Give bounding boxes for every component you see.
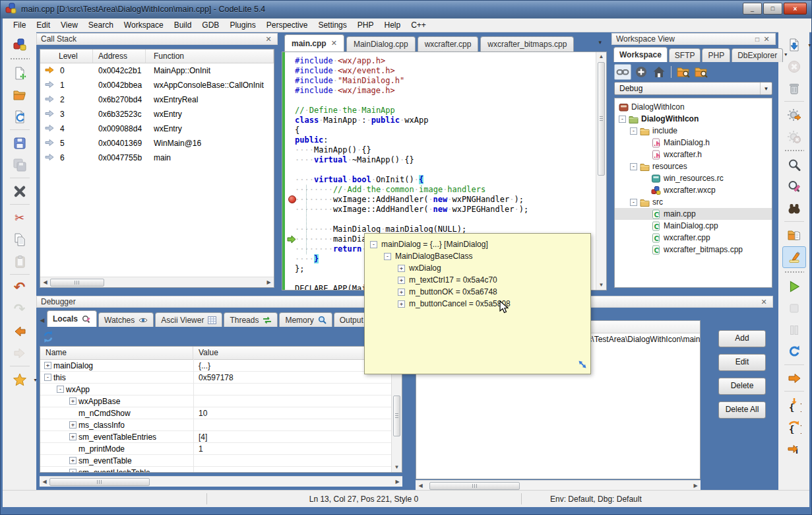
tooltip-tree-row[interactable]: +m_buttonOK = 0x5a6748	[398, 286, 590, 298]
local-variable-row[interactable]: +sm_eventTable	[40, 455, 402, 467]
bookmark-star-icon[interactable]: ▾	[9, 369, 31, 390]
debugger-tab-locals[interactable]: Locals	[47, 310, 97, 327]
codelite-blocks-icon[interactable]	[9, 34, 31, 55]
open-containing-folder-icon[interactable]	[693, 65, 709, 79]
copy-icon[interactable]	[9, 229, 31, 250]
expander-icon[interactable]: +	[398, 265, 405, 272]
scroll-right-icon[interactable]: ▶	[264, 277, 274, 287]
debug-pause-icon[interactable]	[783, 320, 805, 340]
scroll-thumb[interactable]	[49, 478, 150, 486]
local-variable-row[interactable]: -this0x597178	[40, 372, 402, 384]
save-file-icon[interactable]	[9, 133, 31, 153]
tree-item-wxcrafter-bitmaps-cpp[interactable]: C:wxcrafter_bitmaps.cpp	[615, 244, 772, 256]
debugger-tab-threads[interactable]: Threads	[224, 312, 278, 327]
edit-button[interactable]: Edit	[718, 354, 766, 371]
local-variable-row[interactable]: -wxApp	[40, 384, 402, 395]
show-current-line-icon[interactable]	[783, 368, 805, 388]
tree-item-main-cpp[interactable]: C:main.cpp	[615, 208, 772, 220]
column-name[interactable]: Name	[40, 347, 193, 359]
menu-help[interactable]: Help	[379, 19, 406, 31]
local-variable-row[interactable]: +sm_eventHashTable	[40, 467, 402, 473]
column-value[interactable]: Value	[193, 347, 218, 359]
tree-item-include[interactable]: -include	[615, 125, 772, 137]
tab-list-dropdown-icon[interactable]: ▾	[784, 52, 787, 57]
menu-settings[interactable]: Settings	[313, 19, 352, 31]
goto-active-project-icon[interactable]	[651, 65, 667, 79]
call-stack-frame[interactable]: 50x00401369WinMain@16	[40, 136, 274, 151]
expander-icon[interactable]: +	[69, 421, 77, 429]
tree-item-wxcrafter-wxcp[interactable]: wxcrafter.wxcp	[615, 184, 772, 196]
column-address[interactable]: Address	[93, 50, 146, 63]
close-file-icon[interactable]	[9, 181, 31, 201]
stop-execution-icon[interactable]	[783, 126, 805, 147]
menu-file[interactable]: File	[8, 19, 31, 31]
workspace-tab-workspace[interactable]: Workspace	[613, 47, 668, 62]
scroll-left-icon[interactable]: ◀	[416, 481, 425, 491]
close-pane-icon[interactable]: ✕	[264, 35, 273, 44]
menu-plugins[interactable]: Plugins	[224, 19, 261, 31]
call-stack-frame[interactable]: 30x6b32523cwxEntry	[40, 107, 274, 121]
tree-item-resources[interactable]: -resources	[615, 160, 772, 172]
reload-file-icon[interactable]	[9, 106, 31, 127]
debug-value-tooltip[interactable]: -mainDialog = {...} [MainDialog]-MainDia…	[364, 233, 591, 374]
tree-item-win-resources-rc[interactable]: win_resources.rc	[615, 172, 772, 184]
undo-icon[interactable]: ↶	[9, 277, 31, 298]
expander-icon[interactable]: -	[630, 163, 637, 170]
tooltip-tree-row[interactable]: +wxDialog	[398, 262, 590, 274]
column-function[interactable]: Function	[146, 50, 274, 63]
debug-continue-icon[interactable]	[783, 276, 805, 296]
scroll-thumb[interactable]	[429, 482, 520, 490]
tree-item-maindialog-cpp[interactable]: C:MainDialog.cpp	[615, 220, 772, 232]
tree-item-dialogwithicon[interactable]: DialogWithIcon	[615, 101, 772, 113]
step-over-icon[interactable]: { }	[783, 416, 805, 436]
call-stack-frame[interactable]: 20x6b270bd4wxEntryReal	[40, 92, 274, 107]
debug-restart-icon[interactable]	[783, 341, 805, 362]
scroll-down-icon[interactable]: ▼	[392, 463, 402, 472]
editor-tab-MainDialog-cpp[interactable]: MainDialog.cpp	[346, 36, 416, 52]
navigate-forward-icon[interactable]	[9, 343, 31, 363]
tooltip-tree-row[interactable]: +m_textCtrl17 = 0x5a4c70	[398, 274, 590, 286]
menu-php[interactable]: PHP	[352, 19, 379, 31]
maximize-button[interactable]: □	[763, 3, 782, 15]
find-in-files-icon[interactable]	[783, 198, 805, 219]
call-stack-frame[interactable]: 10x0042bbeawxAppConsoleBase::CallOnInit	[40, 78, 274, 92]
expander-icon[interactable]: +	[69, 397, 77, 405]
expander-icon[interactable]: +	[44, 362, 51, 369]
stop-build-icon[interactable]	[783, 56, 805, 77]
scroll-right-icon[interactable]: ▶	[392, 477, 402, 487]
close-pane-icon[interactable]: ✕	[759, 298, 768, 306]
clean-project-icon[interactable]	[783, 78, 805, 98]
build-config-dropdown[interactable]: Debug ▼	[614, 82, 772, 95]
expander-icon[interactable]: -	[630, 199, 637, 206]
tree-item-src[interactable]: -src	[615, 196, 772, 208]
breakpoint-margin[interactable]	[285, 52, 295, 290]
menu-build[interactable]: Build	[169, 19, 197, 31]
menu-edit[interactable]: Edit	[31, 19, 55, 31]
debug-stop-icon[interactable]	[783, 298, 805, 318]
call-stack-frame[interactable]: 40x009088d4wxEntry	[40, 121, 274, 136]
scroll-left-icon[interactable]: ◀	[40, 477, 49, 487]
delete-button[interactable]: Delete	[718, 378, 766, 395]
editor-tab-main-cpp[interactable]: main.cpp✕	[284, 34, 344, 52]
step-out-icon[interactable]: i	[783, 438, 805, 458]
cut-icon[interactable]: ✂	[9, 207, 31, 228]
editor-vscrollbar[interactable]: ▲ ▼	[596, 52, 606, 290]
find-resource-icon[interactable]	[783, 224, 805, 245]
expander-icon[interactable]: -	[384, 253, 391, 260]
menu-search[interactable]: Search	[83, 19, 119, 31]
link-editor-icon[interactable]	[614, 64, 631, 80]
tooltip-resize-icon[interactable]	[578, 360, 587, 371]
local-variable-row[interactable]: m_printMode1	[40, 443, 402, 455]
save-all-files-icon[interactable]	[9, 154, 31, 175]
find-icon[interactable]	[783, 154, 805, 175]
workspace-tab-dbexplorer[interactable]: DbExplorer	[732, 48, 783, 62]
scroll-thumb[interactable]	[50, 279, 104, 287]
expander-icon[interactable]: +	[398, 277, 405, 284]
menu-perspective[interactable]: Perspective	[261, 19, 313, 31]
expander-icon[interactable]: +	[398, 300, 405, 308]
local-variable-row[interactable]: +mainDialog{...}	[40, 360, 402, 372]
expander-icon[interactable]: +	[69, 433, 77, 440]
close-button[interactable]: ×	[784, 3, 807, 15]
new-file-icon[interactable]	[9, 63, 31, 83]
locals-hscrollbar[interactable]: ◀ ▶	[40, 476, 402, 487]
